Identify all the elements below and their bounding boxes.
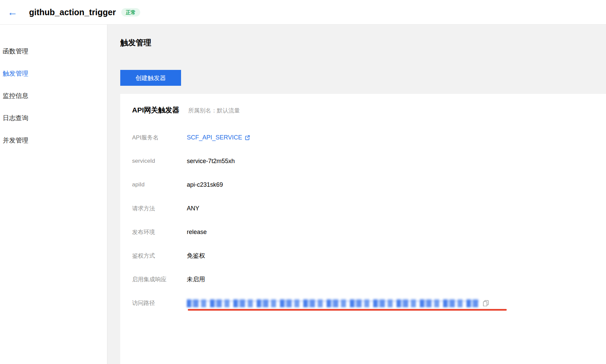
create-trigger-button[interactable]: 创建触发器 (120, 70, 181, 86)
field-row-access-path: 访问路径 (132, 291, 606, 315)
sidebar-item-function-management[interactable]: 函数管理 (0, 40, 107, 62)
field-value: 未启用 (187, 275, 205, 283)
copy-icon[interactable] (483, 300, 489, 306)
field-value: service-7t2m55xh (187, 158, 235, 165)
field-row-integration-response: 启用集成响应 未启用 (132, 267, 606, 291)
field-value: 免鉴权 (187, 252, 205, 260)
field-value: SCF_API_SERVICE (187, 134, 250, 141)
field-row-auth-method: 鉴权方式 免鉴权 (132, 244, 606, 267)
field-row-release-env: 发布环境 release (132, 220, 606, 244)
card-title: API网关触发器 (132, 105, 179, 115)
body-wrap: 函数管理 触发管理 监控信息 日志查询 并发管理 触发管理 创建触发器 API网… (0, 24, 606, 364)
field-label: 发布环境 (132, 228, 187, 236)
field-value: release (187, 229, 207, 236)
function-name-title: github_action_trigger (29, 7, 116, 17)
back-arrow-icon[interactable]: ← (7, 7, 21, 17)
status-badge: 正常 (121, 8, 140, 17)
field-value (187, 299, 489, 307)
field-label: 访问路径 (132, 299, 187, 307)
sidebar-item-trigger-management[interactable]: 触发管理 (0, 62, 107, 85)
sidebar-item-monitoring-info[interactable]: 监控信息 (0, 85, 107, 107)
sidebar-item-concurrency-management[interactable]: 并发管理 (0, 129, 107, 152)
field-label: 请求方法 (132, 205, 187, 212)
field-value: ANY (187, 205, 199, 212)
field-rows: API服务名 SCF_API_SERVICE serviceId service… (132, 126, 606, 315)
field-label: apiId (132, 181, 187, 188)
annotation-underline (188, 309, 507, 311)
field-row-request-method: 请求方法 ANY (132, 197, 606, 220)
field-value: api-c231sk69 (187, 181, 223, 188)
page-title: 触发管理 (120, 37, 606, 48)
field-row-service-id: serviceId service-7t2m55xh (132, 149, 606, 173)
card-header: API网关触发器 所属别名：默认流量 (132, 105, 606, 115)
header: ← github_action_trigger 正常 (0, 0, 606, 24)
sidebar-item-log-query[interactable]: 日志查询 (0, 107, 107, 129)
api-service-link[interactable]: SCF_API_SERVICE (187, 134, 242, 141)
field-label: 启用集成响应 (132, 276, 187, 283)
external-link-icon[interactable] (245, 135, 250, 140)
api-gateway-trigger-card: API网关触发器 所属别名：默认流量 API服务名 SCF_API_SERVIC… (120, 94, 606, 364)
field-row-api-service-name: API服务名 SCF_API_SERVICE (132, 126, 606, 149)
main-content: 触发管理 创建触发器 API网关触发器 所属别名：默认流量 API服务名 SCF… (107, 25, 606, 364)
field-row-api-id: apiId api-c231sk69 (132, 173, 606, 197)
field-label: serviceId (132, 158, 187, 164)
redacted-access-path (187, 299, 479, 307)
sidebar: 函数管理 触发管理 监控信息 日志查询 并发管理 (0, 25, 107, 364)
card-subtitle-alias: 所属别名：默认流量 (188, 107, 240, 114)
field-label: API服务名 (132, 134, 187, 141)
field-label: 鉴权方式 (132, 252, 187, 260)
